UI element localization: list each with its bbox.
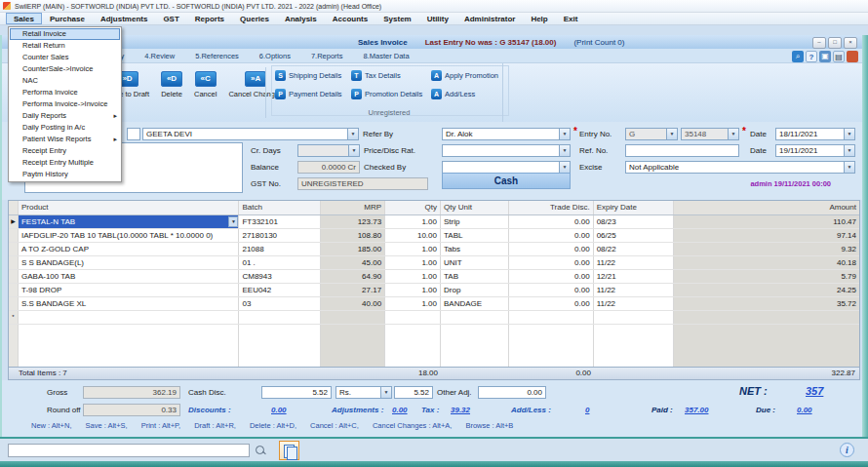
col-header-amount[interactable]: Amount	[674, 201, 859, 214]
tab-6-options[interactable]: 6.Options	[259, 52, 291, 60]
promotion-details-button[interactable]: PPromotion Details	[351, 89, 431, 99]
menu-exit[interactable]: Exit	[556, 13, 586, 24]
table-row[interactable]: A TO Z-GOLD CAP21088185.001.00Tabs0.0008…	[9, 243, 859, 256]
menu-sales[interactable]: Sales	[6, 13, 42, 24]
menu-item-countersale-invoice[interactable]: CounterSale->Invoice	[10, 63, 120, 75]
invoice-title: Sales Invoice	[358, 38, 408, 47]
price-disc-select[interactable]	[442, 144, 571, 157]
minimize-button[interactable]: –	[812, 37, 826, 49]
col-header-expiry-date[interactable]: Expiry Date	[594, 201, 675, 214]
help-icon[interactable]: ?	[806, 51, 817, 62]
maximize-button[interactable]: □	[828, 37, 842, 49]
cash-disc-amount-field[interactable]: 5.52	[394, 386, 433, 399]
ref-no-field[interactable]	[625, 144, 739, 157]
col-header-product[interactable]: Product	[19, 201, 239, 214]
col-header-qty[interactable]: Qty	[385, 201, 441, 214]
menu-analysis[interactable]: Analysis	[277, 13, 325, 24]
info-icon[interactable]: i	[840, 443, 854, 457]
menu-item-daily-posting-in-a-c[interactable]: Daily Posting in A/c	[10, 122, 120, 134]
col-header-batch[interactable]: Batch	[239, 201, 321, 214]
adjustments-value[interactable]: 0.00	[392, 404, 408, 416]
total-qty: 18.00	[386, 368, 438, 379]
menu-item-retail-invoice[interactable]: Retail Invoice	[10, 28, 120, 40]
table-row[interactable]: ▶FESTAL-N TABFT332101123.731.00Strip0.00…	[9, 215, 859, 229]
gross-label: Gross	[47, 386, 67, 399]
cr-days-field[interactable]	[297, 144, 360, 157]
table-row[interactable]: IAFDGLIP-20 TAB 10 TABL(10.0000 TABL * 1…	[9, 229, 859, 243]
customer-select[interactable]: GEETA DEVI	[142, 128, 359, 140]
search-icon[interactable]: ⌕	[792, 51, 804, 62]
menu-item-nac[interactable]: NAC	[10, 75, 120, 87]
window-icon[interactable]: ▣	[819, 51, 831, 62]
menu-item-retail-return[interactable]: Retail Return	[10, 40, 120, 52]
menu-queries[interactable]: Queries	[232, 13, 277, 24]
cash-disc-field[interactable]: 5.52	[261, 386, 332, 399]
col-header-qty-unit[interactable]: Qty Unit	[441, 201, 509, 214]
menu-purchase[interactable]: Purchase	[42, 13, 93, 24]
col-header-trade-disc[interactable]: Trade Disc.	[509, 201, 594, 214]
customer-code-field[interactable]	[127, 128, 140, 140]
tab-7-reports[interactable]: 7.Reports	[311, 52, 343, 60]
menu-item-paytm-history[interactable]: Paytm History	[10, 169, 120, 180]
add-less-value[interactable]: 0	[585, 404, 589, 416]
shipping-details-button[interactable]: SShipping Details	[275, 70, 351, 81]
menu-accounts[interactable]: Accounts	[325, 13, 375, 24]
cell-batch: 21088	[239, 243, 321, 255]
col-header-mrp[interactable]: MRP	[321, 201, 385, 214]
posting-date-picker[interactable]: 19/11/2021	[775, 144, 855, 157]
search-input[interactable]	[8, 444, 250, 457]
apply-promotion-button[interactable]: AApply Promotion	[431, 70, 511, 81]
paid-value[interactable]: 357.00	[685, 404, 708, 416]
currency-select[interactable]: Rs.	[335, 386, 392, 399]
table-row[interactable]: GABA-100 TABCM894364.901.00TAB0.0012/215…	[9, 270, 859, 284]
entry-prefix-select[interactable]: G	[625, 128, 678, 140]
due-value[interactable]: 0.00	[797, 404, 812, 416]
other-adj-field[interactable]: 0.00	[478, 386, 546, 399]
menu-utility[interactable]: Utility	[419, 13, 456, 24]
menu-item-counter-sales[interactable]: Counter Sales	[10, 52, 120, 63]
entry-number-select[interactable]: 35148	[681, 128, 739, 140]
close-button[interactable]: ×	[844, 37, 857, 49]
delete-button[interactable]: «DDelete	[161, 71, 182, 98]
menu-administrator[interactable]: Administrator	[456, 13, 523, 24]
excise-select[interactable]: Not Applicable	[625, 161, 855, 174]
shortcut-hint: Save : Alt+S,	[85, 421, 127, 430]
tax-details-button[interactable]: TTax Details	[351, 70, 431, 81]
add-less-button[interactable]: AAdd/Less	[431, 89, 511, 99]
refer-by-select[interactable]: Dr. Alok	[442, 128, 571, 140]
grid-filler	[9, 325, 859, 367]
menu-item-performa-invoice[interactable]: Performa Invoice	[10, 87, 120, 98]
menu-adjustments[interactable]: Adjustments	[93, 13, 155, 24]
tab-4-review[interactable]: 4.Review	[144, 52, 175, 60]
discounts-value[interactable]: 0.00	[271, 404, 287, 416]
tab-8-master-data[interactable]: 8.Master Data	[363, 52, 409, 60]
price-disc-label: Price/Disc Rat.	[364, 144, 415, 157]
menu-item-receipt-entry[interactable]: Receipt Entry	[10, 145, 120, 157]
menu-reports[interactable]: Reports	[187, 13, 232, 24]
tab-5-references[interactable]: 5.References	[195, 52, 239, 60]
entry-prefix-value: G	[626, 129, 666, 139]
table-row[interactable]: S S BANDAGE(L)01 .45.001.00UNIT0.0011/22…	[9, 256, 859, 270]
tax-value[interactable]: 39.32	[451, 404, 470, 416]
save-icon[interactable]: ▤	[833, 51, 845, 62]
table-row[interactable]: S.S BANDAGE XL0340.001.00BANDAGE0.0011/2…	[9, 297, 859, 311]
menu-item-receipt-entry-multiple[interactable]: Receipt Entry Multiple	[10, 157, 120, 169]
cell-expiry: 06/25	[594, 229, 675, 242]
payment-mode-button[interactable]: Cash	[442, 173, 571, 189]
invoice-date-picker[interactable]: 18/11/2021	[775, 128, 855, 140]
cancel-button[interactable]: «CCancel	[194, 71, 217, 98]
menu-help[interactable]: Help	[523, 13, 555, 24]
search-icon[interactable]	[256, 446, 264, 454]
menu-item-performa-invoice-invoice[interactable]: Performa Invoice->Invoice	[10, 98, 120, 110]
net-value[interactable]: 357	[806, 384, 823, 398]
selected-product-cell[interactable]: FESTAL-N TAB	[19, 215, 239, 228]
menu-item-daily-reports[interactable]: Daily Reports▸	[10, 110, 120, 122]
exit-icon[interactable]	[847, 51, 858, 62]
payment-details-button[interactable]: PPayment Details	[275, 89, 351, 99]
table-row[interactable]: T-98 DROPEEU04227.171.00Drop0.0011/2224.…	[9, 284, 859, 297]
new-row[interactable]: *	[9, 311, 859, 325]
menu-item-patient-wise-reports[interactable]: Patient Wise Reports▸	[10, 134, 120, 145]
copy-document-button[interactable]	[279, 441, 299, 460]
menu-system[interactable]: System	[375, 13, 418, 24]
menu-gst[interactable]: GST	[155, 13, 186, 24]
